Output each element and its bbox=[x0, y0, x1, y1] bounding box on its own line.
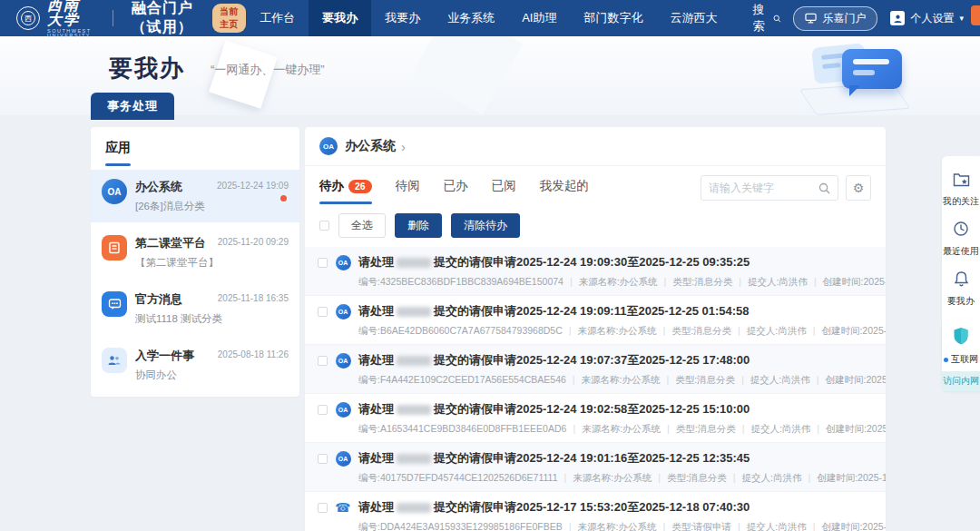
meta-field: 创建时间:2025-12-24 19:09 bbox=[823, 276, 886, 287]
university-seal-icon: 西 bbox=[16, 6, 40, 30]
select-all-button[interactable]: 全选 bbox=[338, 213, 386, 238]
tab-label: 已办 bbox=[444, 178, 468, 194]
meta-field: 创建时间:2025-12-24 19:07 bbox=[826, 374, 886, 385]
user-avatar-icon bbox=[890, 11, 905, 25]
nav-item-部门数字化[interactable]: 部门数字化 bbox=[570, 0, 656, 36]
tab-待办[interactable]: 待办26 bbox=[319, 178, 372, 204]
tab-已阅[interactable]: 已阅 bbox=[492, 178, 516, 204]
global-search[interactable]: 搜索 bbox=[752, 2, 780, 34]
access-intranet-button[interactable]: 访问内网 bbox=[942, 371, 980, 391]
tab-已办[interactable]: 已办 bbox=[444, 178, 468, 204]
app-desc: [26条]消息分类 bbox=[135, 200, 209, 213]
chevron-right-icon[interactable]: › bbox=[401, 139, 406, 154]
app-texts: 第二课堂平台【第二课堂平台】 bbox=[135, 235, 210, 270]
task-row[interactable]: ☎请处理提交的请假申请2025-12-17 15:53:20至2025-12-1… bbox=[305, 492, 886, 531]
app-item-官方消息[interactable]: 官方消息测试1118 测试分类2025-11-18 16:35 bbox=[91, 282, 299, 335]
network-status-card: 互联网 访问内网 bbox=[942, 320, 980, 391]
row-checkbox[interactable] bbox=[318, 405, 328, 415]
portal-title: 融合门户（试用） bbox=[132, 0, 196, 37]
oa-icon: OA bbox=[335, 451, 351, 467]
apps-title-underline bbox=[105, 163, 131, 166]
status-dot-icon bbox=[944, 358, 948, 362]
bell-icon bbox=[954, 270, 969, 290]
clear-todo-button[interactable]: 清除待办 bbox=[451, 213, 520, 238]
nav-item-业务系统[interactable]: 业务系统 bbox=[434, 0, 508, 36]
app-name: 第二课堂平台 bbox=[135, 235, 210, 251]
task-row-main: ☎请处理提交的请假申请2025-12-17 15:53:20至2025-12-1… bbox=[318, 499, 871, 516]
task-title-text: 提交的请假申请2025-12-24 19:09:11至2025-12-25 01… bbox=[434, 303, 750, 320]
legao-portal-label: 乐嘉门户 bbox=[822, 11, 866, 26]
meta-separator: | bbox=[817, 374, 819, 385]
tab-待阅[interactable]: 待阅 bbox=[396, 178, 420, 204]
tasks-panel: OA 办公系统 › 待办26待阅已办已阅我发起的 ⚙ 全选 删除 清除待办 OA… bbox=[305, 127, 886, 531]
task-row[interactable]: OA请处理提交的请假申请2025-12-24 19:02:58至2025-12-… bbox=[305, 394, 886, 443]
keyword-search-box bbox=[701, 175, 838, 201]
breadcrumb-system-name[interactable]: 办公系统 bbox=[345, 138, 396, 154]
oa-icon: OA bbox=[102, 179, 127, 204]
global-search-label: 搜索 bbox=[752, 2, 768, 34]
task-row[interactable]: OA请处理提交的请假申请2025-12-24 19:07:37至2025-12-… bbox=[305, 345, 886, 394]
meta-separator: | bbox=[739, 276, 741, 287]
row-checkbox[interactable] bbox=[318, 503, 328, 513]
row-checkbox[interactable] bbox=[318, 454, 328, 464]
rail-item-最近使用[interactable]: 最近使用 bbox=[942, 214, 980, 264]
task-row[interactable]: OA请处理提交的请假申请2025-12-24 19:09:30至2025-12-… bbox=[305, 247, 886, 296]
meta-separator: | bbox=[569, 325, 572, 336]
app-item-第二课堂平台[interactable]: 第二课堂平台【第二课堂平台】2025-11-20 09:29 bbox=[91, 226, 299, 279]
tab-transaction-processing[interactable]: 事务处理 bbox=[91, 93, 174, 120]
delete-button[interactable]: 删除 bbox=[395, 213, 442, 238]
oa-system-icon: OA bbox=[319, 137, 338, 155]
app-item-办公系统[interactable]: OA办公系统[26条]消息分类2025-12-24 19:09 bbox=[91, 170, 299, 222]
university-brand[interactable]: 西 西南大学 SOUTHWEST UNIVERSITY 融合门户（试用） 当前主… bbox=[0, 0, 246, 39]
search-icon[interactable] bbox=[818, 182, 830, 194]
nav-item-我要办[interactable]: 我要办 bbox=[371, 0, 434, 36]
search-icon bbox=[773, 13, 781, 25]
gear-icon[interactable]: ⚙ bbox=[846, 175, 871, 201]
primary-nav: 工作台要我办我要办业务系统AI助理部门数字化云游西大 bbox=[246, 0, 730, 36]
user-settings-menu[interactable]: 个人设置 ▾ bbox=[890, 11, 964, 26]
app-name: 官方消息 bbox=[135, 291, 210, 308]
brand-divider bbox=[113, 10, 113, 26]
redacted-name bbox=[397, 454, 431, 464]
task-title-text: 提交的请假申请2025-12-24 19:09:30至2025-12-25 09… bbox=[434, 254, 750, 270]
page-title: 要我办 bbox=[109, 53, 185, 84]
task-title-text: 提交的请假申请2025-12-24 19:07:37至2025-12-25 17… bbox=[434, 352, 750, 369]
feedback-ribbon[interactable] bbox=[971, 5, 980, 25]
nav-item-工作台[interactable]: 工作台 bbox=[246, 0, 309, 36]
task-meta: 编号:A1653441CE9BD3846E0D8FFB1EEE0AD6|来源名称… bbox=[358, 423, 871, 436]
rail-item-要我办[interactable]: 要我办 bbox=[942, 264, 980, 314]
row-checkbox[interactable] bbox=[318, 258, 328, 268]
top-navigation-bar: 西 西南大学 SOUTHWEST UNIVERSITY 融合门户（试用） 当前主… bbox=[0, 0, 980, 36]
task-title-text: 提交的请假申请2025-12-17 15:53:20至2025-12-18 07… bbox=[434, 499, 750, 516]
university-name-cn: 西南大学 bbox=[47, 0, 94, 27]
app-item-入学一件事[interactable]: 入学一件事协同办公2025-08-18 11:26 bbox=[91, 339, 299, 391]
redacted-name bbox=[397, 356, 431, 366]
current-home-badge: 当前主页 bbox=[212, 4, 246, 33]
tab-count-badge: 26 bbox=[348, 180, 372, 193]
meta-field: 来源名称:办公系统 bbox=[577, 521, 656, 531]
user-settings-label: 个人设置 bbox=[910, 11, 954, 26]
task-row-main: OA请处理提交的请假申请2025-12-24 19:02:58至2025-12-… bbox=[318, 401, 871, 418]
legao-portal-button[interactable]: 乐嘉门户 bbox=[793, 6, 877, 31]
meta-separator: | bbox=[573, 423, 575, 434]
tab-我发起的[interactable]: 我发起的 bbox=[540, 178, 589, 204]
keyword-search-input[interactable] bbox=[709, 182, 813, 194]
meta-field: 提交人:尚洪伟 bbox=[750, 374, 810, 385]
nav-item-云游西大[interactable]: 云游西大 bbox=[656, 0, 730, 36]
row-checkbox[interactable] bbox=[318, 356, 328, 366]
nav-item-要我办[interactable]: 要我办 bbox=[309, 0, 371, 36]
meta-separator: | bbox=[738, 521, 740, 531]
phone-icon: ☎ bbox=[335, 501, 351, 514]
task-row[interactable]: OA请处理提交的请假申请2025-12-24 19:01:16至2025-12-… bbox=[305, 443, 886, 492]
redacted-name bbox=[397, 258, 431, 268]
redacted-name bbox=[397, 405, 431, 415]
meta-separator: | bbox=[667, 423, 670, 434]
row-checkbox[interactable] bbox=[318, 307, 328, 317]
nav-item-AI助理[interactable]: AI助理 bbox=[508, 0, 570, 36]
meta-field: 创建时间:2025-12-17 15:53 bbox=[821, 521, 886, 531]
task-row[interactable]: OA请处理提交的请假申请2025-12-24 19:09:11至2025-12-… bbox=[305, 296, 886, 345]
tabs-toolbar: ⚙ bbox=[701, 175, 871, 201]
select-all-checkbox[interactable] bbox=[319, 221, 329, 231]
rail-item-我的关注[interactable]: 我的关注 bbox=[942, 165, 980, 214]
oa-icon: OA bbox=[336, 353, 351, 369]
